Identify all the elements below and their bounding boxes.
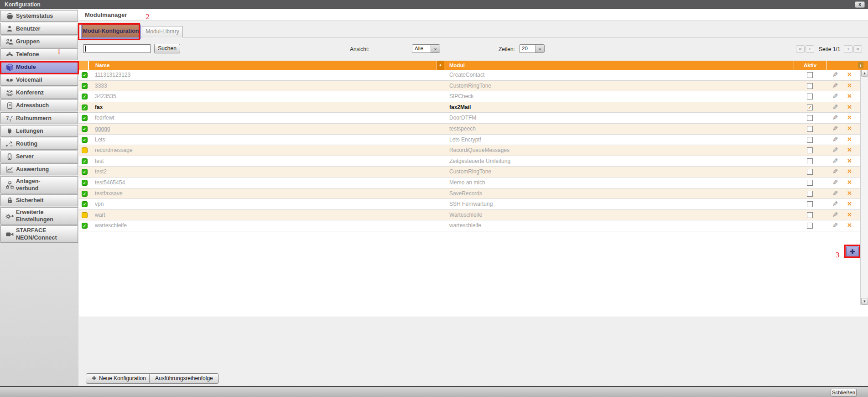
delete-icon[interactable]: ✕ <box>847 146 852 153</box>
edit-icon[interactable]: ✎ <box>832 211 838 219</box>
edit-icon[interactable]: ✎ <box>832 189 838 198</box>
sidebar-item-adressbuch[interactable]: Adressbuch <box>0 99 78 111</box>
status-enabled-icon[interactable]: ✓ <box>82 191 88 197</box>
edit-icon[interactable]: ✎ <box>832 71 838 79</box>
sidebar-item-erweiterte-einstellungen[interactable]: ErweiterteEinstellungen <box>0 207 78 225</box>
delete-icon[interactable]: ✕ <box>847 82 852 89</box>
sidebar-item-sicherheit[interactable]: Sicherheit <box>0 194 78 206</box>
status-enabled-icon[interactable]: ✓ <box>82 169 88 175</box>
status-enabled-icon[interactable]: ✓ <box>82 94 88 99</box>
delete-icon[interactable]: ✕ <box>847 136 852 143</box>
search-input[interactable] <box>83 44 151 53</box>
status-paused-icon[interactable] <box>82 147 88 153</box>
tab-modul-library[interactable]: Modul-Library <box>142 26 183 37</box>
delete-icon[interactable]: ✕ <box>847 114 852 121</box>
status-enabled-icon[interactable]: ✓ <box>82 201 88 207</box>
status-enabled-icon[interactable]: ✓ <box>82 137 88 143</box>
delete-icon[interactable]: ✕ <box>847 168 852 175</box>
delete-icon[interactable]: ✕ <box>847 211 852 218</box>
sidebar-item-server[interactable]: Server <box>0 151 78 162</box>
aktiv-checkbox[interactable]: ✓ <box>807 83 813 89</box>
aktiv-checkbox[interactable]: ✓ <box>807 104 813 110</box>
sidebar-item-rufnummern[interactable]: 712Rufnummern <box>0 112 78 124</box>
aktiv-checkbox[interactable]: ✓ <box>807 72 813 78</box>
status-enabled-icon[interactable]: ✓ <box>82 83 88 89</box>
edit-icon[interactable]: ✎ <box>832 178 838 187</box>
sidebar-item-leitungen[interactable]: Leitungen <box>0 125 78 137</box>
status-enabled-icon[interactable]: ✓ <box>82 115 88 121</box>
aktiv-checkbox[interactable]: ✓ <box>807 94 813 99</box>
sidebar-item-konferenz[interactable]: Konferenz <box>0 87 78 99</box>
edit-icon[interactable]: ✎ <box>832 157 838 165</box>
delete-icon[interactable]: ✕ <box>847 104 852 110</box>
delete-icon[interactable]: ✕ <box>847 157 852 164</box>
sidebar-item-systemstatus[interactable]: Systemstatus <box>0 10 78 22</box>
delete-icon[interactable]: ✕ <box>847 222 852 229</box>
sidebar-item-anlagenverbund[interactable]: Anlagen-verbund <box>0 176 78 193</box>
modul-column-header[interactable]: Modul <box>449 61 465 70</box>
edit-icon[interactable]: ✎ <box>832 136 838 144</box>
aktiv-checkbox[interactable]: ✓ <box>807 115 813 121</box>
edit-icon[interactable]: ✎ <box>832 221 838 230</box>
status-enabled-icon[interactable]: ✓ <box>82 126 88 132</box>
status-enabled-icon[interactable]: ✓ <box>82 158 88 164</box>
aktiv-checkbox[interactable]: ✓ <box>807 158 813 164</box>
edit-icon[interactable]: ✎ <box>832 125 838 133</box>
execution-order-button[interactable]: Ausführungsreihenfolge <box>149 373 219 384</box>
search-button[interactable]: Suchen <box>154 44 180 53</box>
aktiv-checkbox[interactable]: ✓ <box>807 180 813 186</box>
tab-modul-konfiguration[interactable]: Modul-Konfiguration <box>82 25 140 37</box>
status-enabled-icon[interactable]: ✓ <box>82 180 88 186</box>
edit-icon[interactable]: ✎ <box>832 92 838 100</box>
aktiv-checkbox[interactable]: ✓ <box>807 212 813 218</box>
info-icon[interactable]: i <box>858 62 863 68</box>
scroll-up-icon[interactable]: ▲ <box>861 70 868 77</box>
aktiv-checkbox[interactable]: ✓ <box>807 137 813 143</box>
edit-icon[interactable]: ✎ <box>832 103 838 111</box>
status-paused-icon[interactable] <box>82 212 88 218</box>
sidebar-item-telefone[interactable]: Telefone <box>0 48 78 60</box>
sidebar-item-auswertung[interactable]: Auswertung <box>0 163 78 175</box>
sort-ascending-icon[interactable]: ▲ <box>437 61 444 70</box>
pagination-prev-button[interactable]: ‹ <box>806 45 814 53</box>
edit-icon[interactable]: ✎ <box>832 82 838 90</box>
sidebar-item-benutzer[interactable]: Benutzer <box>0 23 78 35</box>
close-button[interactable]: Schließen <box>831 389 857 397</box>
name-column-header[interactable]: Name <box>95 61 109 70</box>
edit-icon[interactable]: ✎ <box>832 200 838 208</box>
pagination-first-button[interactable]: « <box>796 45 805 53</box>
sidebar-item-module[interactable]: Module <box>0 61 78 73</box>
scroll-down-icon[interactable]: ▼ <box>861 298 868 305</box>
rows-select[interactable]: 20 ⌄ <box>519 44 545 53</box>
aktiv-checkbox[interactable]: ✓ <box>807 201 813 207</box>
sidebar-item-voicemail[interactable]: Voicemail <box>0 74 78 86</box>
status-enabled-icon[interactable]: ✓ <box>82 104 88 110</box>
delete-icon[interactable]: ✕ <box>847 190 852 197</box>
sidebar-item-gruppen[interactable]: Gruppen <box>0 36 78 47</box>
sidebar-item-routing[interactable]: Routing <box>0 138 78 150</box>
sidebar-item-starface-neon-connect[interactable]: STARFACENEON/Connect <box>0 225 78 243</box>
delete-icon[interactable]: ✕ <box>847 71 852 78</box>
view-select[interactable]: Alle ⌄ <box>412 44 440 53</box>
edit-icon[interactable]: ✎ <box>832 146 838 154</box>
pagination-last-button[interactable]: » <box>853 45 862 53</box>
aktiv-checkbox[interactable]: ✓ <box>807 223 813 229</box>
window-close-button[interactable]: x <box>855 1 865 8</box>
edit-icon[interactable]: ✎ <box>832 114 838 122</box>
status-enabled-icon[interactable]: ✓ <box>82 72 88 78</box>
conference-icon <box>3 89 16 97</box>
add-configuration-button[interactable]: ✚ <box>846 246 859 257</box>
aktiv-checkbox[interactable]: ✓ <box>807 191 813 197</box>
aktiv-checkbox[interactable]: ✓ <box>807 147 813 153</box>
aktiv-checkbox[interactable]: ✓ <box>807 169 813 175</box>
edit-icon[interactable]: ✎ <box>832 167 838 176</box>
vertical-scrollbar[interactable]: ▲ ▼ <box>860 70 868 305</box>
delete-icon[interactable]: ✕ <box>847 125 852 132</box>
delete-icon[interactable]: ✕ <box>847 179 852 186</box>
delete-icon[interactable]: ✕ <box>847 200 852 207</box>
status-enabled-icon[interactable]: ✓ <box>82 223 88 229</box>
aktiv-checkbox[interactable]: ✓ <box>807 126 813 132</box>
delete-icon[interactable]: ✕ <box>847 93 852 99</box>
pagination-next-button[interactable]: › <box>844 45 852 53</box>
new-configuration-button[interactable]: ✚Neue Konfiguration <box>86 373 152 384</box>
